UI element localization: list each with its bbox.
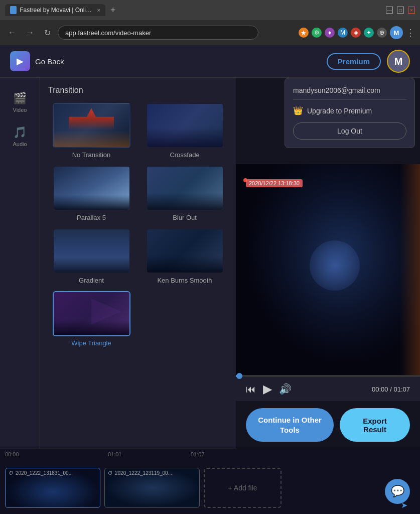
crown-icon: 👑 [293, 106, 303, 115]
sidebar-item-video[interactable]: 🎬 Video [3, 88, 38, 117]
clock-icon-1: ⏱ [9, 470, 14, 476]
address-input[interactable] [58, 26, 258, 40]
profile-avatar[interactable]: M [387, 50, 410, 73]
tab-area: Fastreel by Movavi | Online Vid... × + [5, 4, 119, 17]
clock-icon-2: ⏱ [108, 470, 113, 476]
browser-extensions-row: ★ ⚙ ♦ M ◈ ✦ ⊕ M ⋮ [299, 26, 415, 39]
browser-chrome: Fastreel by Movavi | Online Vid... × + —… [0, 0, 420, 45]
kenburns-label: Ken Burns Smooth [157, 277, 212, 284]
ext-icon-1[interactable]: ★ [299, 28, 309, 38]
total-time: 01:07 [393, 386, 410, 393]
ruler-mark-2: 01:07 [191, 451, 205, 457]
audio-icon: 🎵 [13, 126, 27, 139]
app-logo-area: ▶ Go Back [10, 51, 64, 71]
logo-icon: ▶ [17, 56, 24, 67]
new-tab-button[interactable]: + [107, 4, 119, 17]
panel-title: Transition [48, 86, 228, 95]
video-timestamp: 2020/12/22 13:18:30 [246, 179, 303, 187]
volume-button[interactable]: 🔊 [279, 383, 292, 395]
upgrade-to-premium-item[interactable]: 👑 Upgrade to Premium [293, 106, 406, 115]
transition-item-wipe-triangle[interactable]: Wipe Triangle [48, 291, 134, 347]
profile-dropdown: mandysun2006@gmail.com 👑 Upgrade to Prem… [285, 78, 415, 148]
app-container: ▶ Go Back Premium M mandysun2006@gmail.c… [0, 45, 420, 514]
transition-thumb-gradient [53, 228, 130, 274]
blurout-label: Blur Out [173, 214, 197, 221]
transition-item-gradient[interactable]: Gradient [48, 228, 134, 284]
timeline: 00:00 01:01 01:07 ⏱ 2020_1222_131831_00.… [0, 449, 420, 514]
timeline-clip-2[interactable]: ⏱ 2020_1222_123119_00... [104, 468, 200, 508]
crossfade-label: Crossfade [170, 151, 199, 159]
active-tab[interactable]: Fastreel by Movavi | Online Vid... × [5, 4, 105, 16]
timeline-clip-1[interactable]: ⏱ 2020_1222_131831_00... [5, 468, 100, 508]
ext-icon-7[interactable]: ⊕ [377, 28, 387, 38]
transition-thumb-kenburns [146, 228, 224, 274]
timeline-ruler: 00:00 01:01 01:07 [0, 449, 420, 461]
progress-bar[interactable] [236, 375, 420, 377]
premium-button[interactable]: Premium [327, 53, 381, 70]
ext-icon-3[interactable]: ♦ [325, 28, 335, 38]
ext-icon-6[interactable]: ✦ [364, 28, 374, 38]
sidebar-video-label: Video [13, 107, 27, 113]
transition-item-no-transition[interactable]: No Transition [48, 103, 134, 159]
sidebar-item-audio[interactable]: 🎵 Audio [3, 122, 38, 151]
header-right: Premium M [327, 50, 410, 73]
video-preview: 2020/12/22 13:18:30 [236, 164, 420, 375]
play-button[interactable]: ▶ [263, 382, 272, 396]
video-dark-overlay [400, 164, 420, 375]
ruler-mark-1: 01:01 [108, 451, 122, 457]
sidebar: 🎬 Video 🎵 Audio [0, 78, 40, 449]
export-button[interactable]: Export Result [340, 408, 410, 442]
refresh-button[interactable]: ↻ [41, 27, 54, 39]
progress-handle[interactable] [236, 373, 242, 379]
time-display: 00:00 / 01:07 [372, 386, 410, 393]
action-buttons: Continue in Other Tools Export Result [236, 401, 420, 449]
no-transition-label: No Transition [72, 151, 111, 159]
transitions-grid: No Transition Crossfade [48, 103, 228, 347]
go-back-link[interactable]: Go Back [35, 57, 64, 66]
address-bar: ← → ↻ ★ ⚙ ♦ M ◈ ✦ ⊕ M ⋮ [0, 20, 420, 45]
add-file-label: + Add file [228, 484, 257, 492]
skip-back-button[interactable]: ⏮ [246, 383, 256, 395]
maximize-button[interactable]: □ [397, 7, 404, 14]
app-header: ▶ Go Back Premium M [0, 45, 420, 78]
tab-close-button[interactable]: × [97, 7, 100, 13]
browser-profile-icon[interactable]: M [390, 26, 403, 39]
browser-menu-button[interactable]: ⋮ [406, 27, 415, 38]
ext-icon-2[interactable]: ⚙ [312, 28, 322, 38]
parallax5-label: Parallax 5 [77, 214, 106, 221]
current-time: 00:00 [372, 386, 388, 393]
ruler-mark-0: 00:00 [5, 451, 19, 457]
video-icon: 🎬 [13, 92, 27, 105]
transition-item-kenburns[interactable]: Ken Burns Smooth [142, 228, 228, 284]
tab-favicon [10, 6, 17, 14]
close-window-button[interactable]: × [408, 7, 415, 14]
transition-thumb-blurout [146, 166, 224, 211]
transition-thumb-wipe-triangle [53, 291, 130, 336]
profile-initial: M [394, 56, 403, 67]
transition-item-parallax5[interactable]: Parallax 5 [48, 166, 134, 221]
upgrade-label: Upgrade to Premium [307, 107, 372, 115]
chat-icon: 💬 [391, 485, 404, 498]
chat-arrow: ➤ [401, 500, 407, 510]
add-file-button[interactable]: + Add file [204, 468, 282, 508]
title-bar: Fastreel by Movavi | Online Vid... × + —… [0, 0, 420, 20]
video-controls: ⏮ ▶ 🔊 00:00 / 01:07 [236, 377, 420, 401]
sidebar-audio-label: Audio [13, 141, 27, 147]
logout-button[interactable]: Log Out [293, 122, 406, 140]
minimize-button[interactable]: — [386, 7, 393, 14]
transition-item-crossfade[interactable]: Crossfade [142, 103, 228, 159]
forward-button[interactable]: → [23, 27, 37, 38]
dropdown-email: mandysun2006@gmail.com [293, 86, 406, 100]
continue-button[interactable]: Continue in Other Tools [246, 408, 334, 442]
transition-item-blurout[interactable]: Blur Out [142, 166, 228, 221]
transition-thumb-crossfade [146, 103, 224, 148]
transitions-panel: Transition No Transition [40, 78, 236, 449]
video-frame: 2020/12/22 13:18:30 [236, 164, 420, 375]
wipe-triangle-label: Wipe Triangle [71, 339, 111, 347]
back-button[interactable]: ← [5, 27, 19, 38]
ext-icon-4[interactable]: M [338, 28, 348, 38]
timeline-tracks: ⏱ 2020_1222_131831_00... ⏱ 2020_1222_123… [0, 461, 420, 514]
video-glow-effect [310, 240, 360, 291]
ext-icon-5[interactable]: ◈ [351, 28, 361, 38]
transition-thumb-parallax5 [53, 166, 130, 211]
